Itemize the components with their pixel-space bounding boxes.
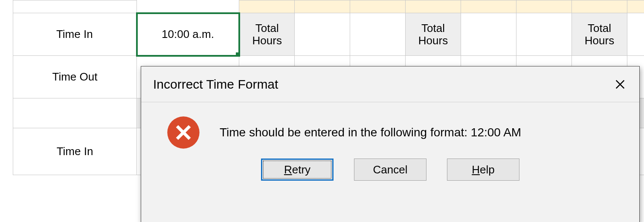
dialog-button-row: Retry Cancel Help (141, 154, 639, 189)
help-button[interactable]: Help (447, 159, 519, 181)
retry-button-rest: etry (292, 163, 310, 176)
dialog-title: Incorrect Time Format (153, 77, 278, 92)
dialog-titlebar: Incorrect Time Format (141, 66, 639, 102)
cell[interactable] (295, 13, 350, 56)
row-label-time-in: Time In (13, 13, 137, 56)
cell[interactable] (350, 13, 406, 56)
help-button-rest: elp (480, 163, 495, 176)
total-hours-header-1: TotalHours (239, 13, 295, 56)
selected-cell-value: 10:00 a.m. (162, 28, 214, 40)
total-hours-header-2: TotalHours (406, 13, 461, 56)
row-label-time-in-2: Time In (13, 128, 137, 175)
row-label-time-out: Time Out (13, 56, 137, 98)
close-icon[interactable] (610, 75, 630, 94)
selected-cell[interactable]: 10:00 a.m. (137, 13, 239, 56)
total-hours-header-3: TotalHours (572, 13, 627, 56)
cancel-button[interactable]: Cancel (354, 159, 426, 181)
cell[interactable] (516, 13, 572, 56)
dialog-message: Time should be entered in the following … (220, 126, 521, 139)
error-dialog: Incorrect Time Format Time should be ent… (141, 66, 640, 222)
cell[interactable] (461, 13, 516, 56)
retry-button[interactable]: Retry (261, 159, 334, 181)
error-icon (166, 115, 201, 150)
header-band-row (13, 0, 644, 13)
cell[interactable] (627, 13, 644, 56)
row-time-in: Time In 10:00 a.m. TotalHours TotalHours… (13, 13, 644, 56)
